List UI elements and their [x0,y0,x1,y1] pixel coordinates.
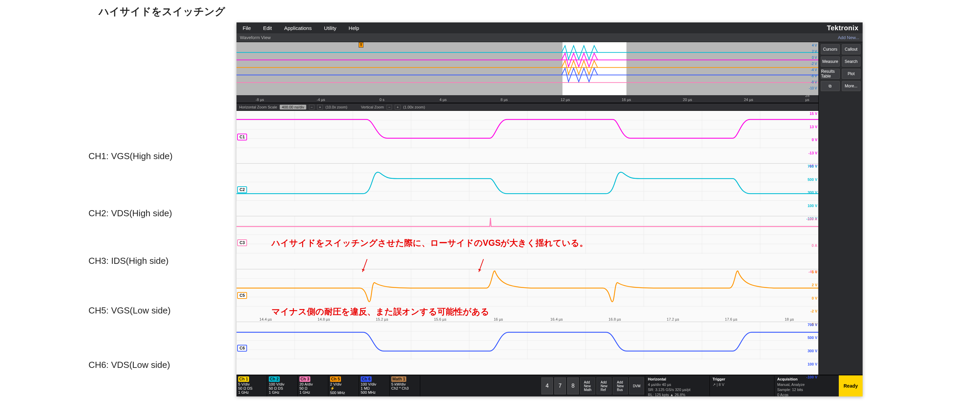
hz-zoom-value[interactable]: 400.00 ns/div [280,105,306,110]
overview-plot [237,42,818,97]
external-channel-label: CH5: VGS(Low side) [89,305,170,316]
chbar-math1[interactable]: Math 15 kW/divCh2 * Ch3 [390,375,420,397]
tool-results-table-button[interactable]: Results Table [821,69,840,79]
menu-help[interactable]: Help [343,25,366,31]
tool-plot-button[interactable]: Plot [842,69,861,79]
tool-callout-button[interactable]: Callout [842,44,861,54]
hz-zoom-factor: (10.0x zoom) [326,105,347,109]
vt-zoom-plus[interactable]: + [395,105,400,110]
add-dvm-button[interactable]: DVM [629,378,644,394]
tool-more--button[interactable]: More... [842,81,861,91]
vt-zoom-minus[interactable]: − [387,105,392,110]
y-axis-label: 500 V [808,178,817,181]
y-axis-label: 100 A [808,217,817,221]
menu-utility[interactable]: Utility [318,25,343,31]
brand-logo: Tektronix [827,24,862,32]
slot-8-button[interactable]: 8 [567,378,579,394]
add-add-new-bus-button[interactable]: AddNewBus [613,378,628,394]
y-axis-label: 5 V [811,270,817,274]
view-title: Waveform View [240,35,270,40]
y-axis-label: 500 V [808,336,817,340]
y-axis-label: 0 A [811,244,817,248]
menu-applications[interactable]: Applications [278,25,318,31]
annotation-text: ハイサイドをスイッチングさせた際に、ローサイドのVGSが大きく揺れている。 [272,237,588,249]
external-channel-label: CH3: IDS(High side) [89,256,169,266]
add-add-new-ref-button[interactable]: AddNewRef [597,378,611,394]
y-axis-label: 100 V [808,204,817,208]
y-axis-label: 15 V [810,112,817,116]
y-axis-label: 300 V [808,349,817,353]
external-channel-label: CH2: VDS(High side) [89,208,172,219]
hz-zoom-plus[interactable]: + [317,105,323,110]
y-axis-label: 2 V [811,283,817,287]
right-toolbar: CursorsCalloutMeasureSearchResults Table… [818,42,862,375]
y-axis-label: 700 V [808,165,817,168]
external-channel-label: CH1: VGS(High side) [89,151,172,162]
info-horizontal[interactable]: Horizontal4 µs/div 40 µsSR: 3.125 GS/s 3… [645,375,710,397]
vt-zoom-label: Vertical Zoom [361,105,384,109]
slot-4-button[interactable]: 4 [541,378,553,394]
add-add-new-math-button[interactable]: AddNewMath [580,378,595,394]
channel-badge-c6[interactable]: C6 [237,345,247,352]
info-trigger[interactable]: Trigger↗ | 8 V [710,375,774,397]
slot-7-button[interactable]: 7 [554,378,566,394]
hz-zoom-label: Horizontal Zoom Scale [239,105,277,109]
tool-cursors-button[interactable]: Cursors [821,44,840,54]
tool---button[interactable]: ⧉ [821,81,840,91]
pane-c6[interactable]: C6700 V500 V300 V100 V-100 V [237,322,818,375]
y-axis-label: 0 V [811,138,817,142]
annotation-text: マイナス側の耐圧を違反、また誤オンする可能性がある [272,306,489,317]
tool-measure-button[interactable]: Measure [821,56,840,67]
y-axis-label: -100 V [807,375,817,379]
page-title: ハイサイドをスイッチング [99,5,225,19]
channel-badge-c3[interactable]: C3 [237,239,247,246]
y-axis-label: 100 V [808,362,817,366]
menu-file[interactable]: File [237,25,257,31]
y-axis-label: 0 V [811,297,817,300]
add-new-link[interactable]: Add New... [838,35,859,40]
overview-pane[interactable]: 4 V2 V0 V-2 V-4 V-6 V-8 V-10 V -8 µs-4 µ… [237,42,818,103]
channel-bar: Ch 15 V/div50 Ω DS1 GHzCh 2100 V/div50 Ω… [237,375,862,397]
external-channel-label: CH6: VDS(Low side) [89,360,170,370]
waveform-panes: C115 V13 V0 V-13 V-15 VC2700 V500 V300 V… [237,111,818,375]
menu-edit[interactable]: Edit [257,25,278,31]
y-axis-label: -2 V [811,310,817,313]
y-axis-label: 700 V [808,323,817,327]
y-axis-label: -13 V [808,151,817,155]
chbar-ch3[interactable]: Ch 320 A/div50 Ω1 GHz [298,375,328,397]
zoom-control-bar: Horizontal Zoom Scale 400.00 ns/div − + … [237,103,818,111]
y-axis-label: 13 V [810,125,817,129]
chbar-ch5[interactable]: Ch 52 V/div⚡500 MHz [328,375,359,397]
hz-zoom-minus[interactable]: − [309,105,314,110]
channel-badge-c2[interactable]: C2 [237,186,247,193]
pane-c2[interactable]: C2700 V500 V300 V100 V-100 V [237,164,818,216]
channel-badge-c1[interactable]: C1 [237,133,247,140]
oscilloscope-app: FileEditApplicationsUtilityHelp Tektroni… [237,22,862,397]
menu-bar: FileEditApplicationsUtilityHelp Tektroni… [237,22,862,33]
channel-badge-c5[interactable]: C5 [237,292,247,299]
y-axis-label: 300 V [808,191,817,194]
pane-c1[interactable]: C115 V13 V0 V-13 V-15 V [237,111,818,164]
tool-search-button[interactable]: Search [842,56,861,67]
overview-time-axis: -8 µs-4 µs0 s4 µs8 µs12 µs16 µs20 µs24 µ… [237,95,818,103]
vt-zoom-factor: (1.00x zoom) [403,105,425,109]
chbar-ch1[interactable]: Ch 15 V/div50 Ω DS1 GHz [237,375,267,397]
ready-indicator: Ready [839,375,862,397]
chbar-ch6[interactable]: Ch 6100 V/div1 MΩ500 MHz [359,375,390,397]
trigger-marker-icon[interactable]: T [359,42,363,48]
sub-bar: Waveform View Add New... [237,33,862,42]
chbar-ch2[interactable]: Ch 2100 V/div50 Ω DS1 GHz [267,375,298,397]
